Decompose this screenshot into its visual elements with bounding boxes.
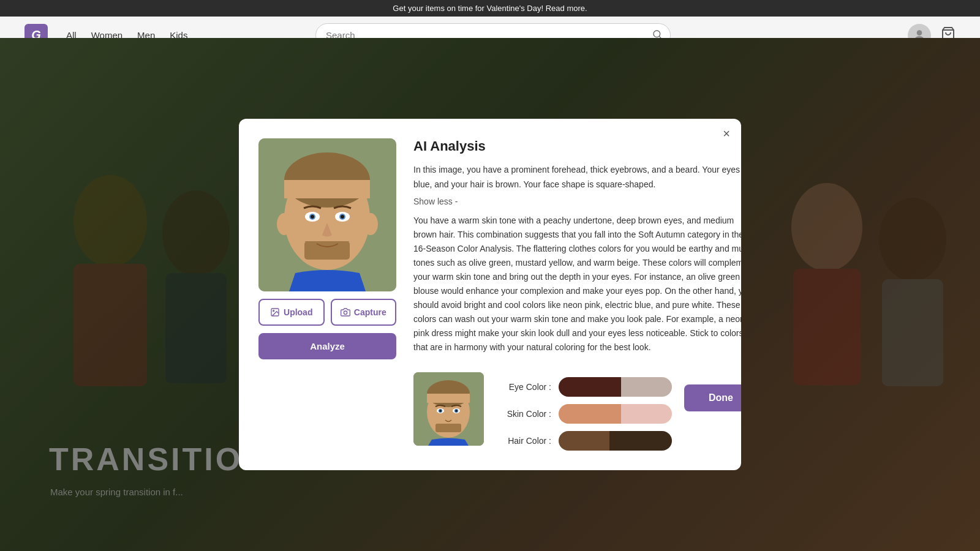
hair-color-label: Hair Color : bbox=[496, 436, 551, 446]
analyze-button[interactable]: Analyze bbox=[258, 333, 396, 359]
capture-button[interactable]: Capture bbox=[331, 299, 397, 326]
analysis-long-text: You have a warm skin tone with a peachy … bbox=[413, 214, 741, 355]
svg-point-27 bbox=[344, 311, 347, 314]
svg-point-24 bbox=[363, 213, 378, 235]
button-row: Upload Capture bbox=[258, 299, 396, 326]
face-photo bbox=[258, 138, 396, 291]
svg-point-20 bbox=[311, 215, 314, 219]
svg-point-23 bbox=[277, 213, 292, 235]
svg-point-2 bbox=[917, 30, 922, 36]
skin-color-swatch bbox=[559, 404, 672, 424]
svg-point-26 bbox=[273, 310, 274, 312]
svg-point-37 bbox=[456, 410, 458, 411]
modal-right: AI Analysis In this image, you have a pr… bbox=[413, 138, 741, 450]
svg-rect-31 bbox=[427, 394, 470, 403]
done-row: Done bbox=[684, 384, 741, 414]
eye-color-row: Eye Color : bbox=[496, 377, 672, 397]
svg-rect-15 bbox=[284, 180, 370, 198]
modal-overlay: × bbox=[0, 38, 980, 551]
hair-color-row: Hair Color : bbox=[496, 431, 672, 451]
done-button[interactable]: Done bbox=[684, 384, 741, 411]
small-face-photo bbox=[413, 372, 484, 446]
hair-color-swatch bbox=[559, 431, 672, 451]
show-less-toggle[interactable]: Show less - bbox=[413, 197, 741, 206]
svg-point-36 bbox=[440, 410, 442, 411]
svg-point-0 bbox=[654, 31, 660, 37]
announcement-bar: Get your items on time for Valentine's D… bbox=[0, 0, 980, 17]
eye-color-swatch bbox=[559, 377, 672, 397]
analysis-short-text: In this image, you have a prominent fore… bbox=[413, 163, 741, 191]
modal-title: AI Analysis bbox=[413, 138, 741, 154]
svg-rect-22 bbox=[304, 241, 350, 260]
upload-button[interactable]: Upload bbox=[258, 299, 325, 326]
modal: × bbox=[239, 119, 741, 470]
svg-point-21 bbox=[341, 215, 344, 219]
skin-color-label: Skin Color : bbox=[496, 409, 551, 419]
eye-color-label: Eye Color : bbox=[496, 382, 551, 392]
announcement-text: Get your items on time for Valentine's D… bbox=[393, 4, 587, 13]
modal-close-button[interactable]: × bbox=[723, 127, 730, 140]
modal-left: Upload Capture Analyze bbox=[258, 138, 396, 450]
skin-color-row: Skin Color : bbox=[496, 404, 672, 424]
svg-rect-38 bbox=[435, 424, 461, 432]
background-area: TRANSITION Make your spring transition i… bbox=[0, 38, 980, 551]
color-swatches: Eye Color : Skin Color : Hair Color : bbox=[496, 372, 672, 451]
color-section: Eye Color : Skin Color : Hair Color : bbox=[413, 372, 741, 451]
